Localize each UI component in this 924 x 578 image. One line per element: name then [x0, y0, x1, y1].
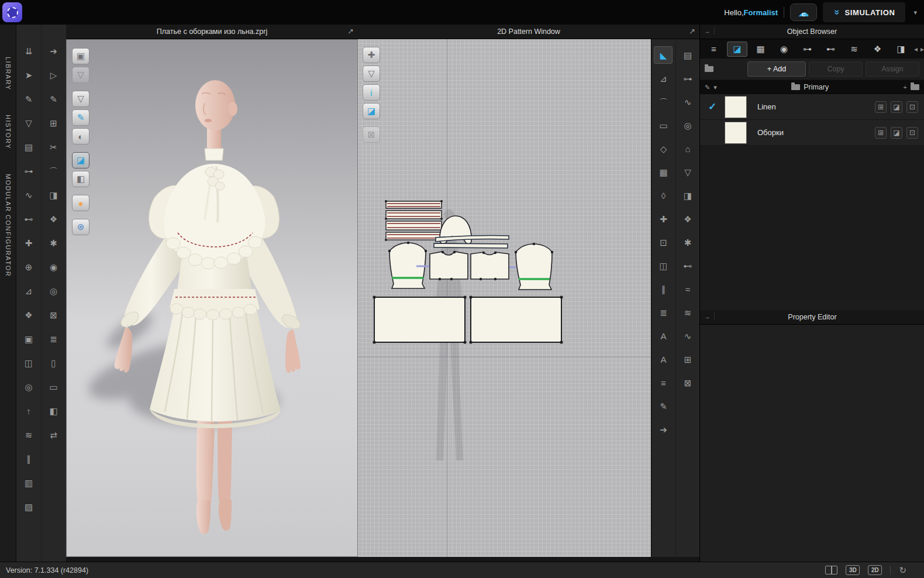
- tool-grading-a[interactable]: ❖: [44, 210, 63, 228]
- fabric-group-row[interactable]: ✎ ▾ Primary +: [700, 80, 924, 94]
- tool-garment-curve[interactable]: ⌒: [44, 162, 63, 180]
- tool-seam-ruler[interactable]: ≣: [654, 304, 673, 321]
- tool-pin-to-avatar[interactable]: ⊕: [19, 258, 38, 276]
- simulation-button[interactable]: « SIMULATION: [823, 2, 905, 22]
- tool-tape-measure[interactable]: ≋: [19, 426, 38, 443]
- tool-lift-garment[interactable]: ↑: [19, 402, 38, 419]
- tabs-scroll-right-icon[interactable]: ▸: [920, 42, 924, 57]
- tool-dotted-pattern[interactable]: ▦: [654, 163, 673, 181]
- group-caret-icon[interactable]: ▾: [713, 84, 717, 91]
- tool-iron[interactable]: ⌂: [678, 140, 697, 157]
- pencil-icon[interactable]: ✎: [705, 84, 710, 91]
- toggle-fabric-gray[interactable]: ◧: [72, 171, 89, 187]
- username-link[interactable]: Formalist: [744, 8, 778, 17]
- tool-fold-arrangement[interactable]: ⊿: [19, 282, 38, 300]
- toggle-show-info[interactable]: i: [363, 84, 380, 101]
- simulation-dropdown-caret[interactable]: ▾: [911, 9, 919, 16]
- toggle-show-fabric-2d[interactable]: ◪: [363, 103, 380, 119]
- tab-button[interactable]: ◉: [774, 42, 794, 57]
- tool-binding[interactable]: ◨: [44, 186, 63, 204]
- tool-polygon[interactable]: ◇: [654, 140, 673, 157]
- tool-pin[interactable]: ✚: [19, 234, 38, 252]
- 3d-viewport[interactable]: ▣▽▽✎◐◪◧●⊛: [66, 39, 358, 557]
- tab-graphic[interactable]: ▦: [750, 42, 771, 57]
- collapse-panel-icon[interactable]: →: [704, 27, 715, 35]
- tool-trace[interactable]: ⊡: [654, 233, 673, 251]
- tool-fabric-bolt[interactable]: ◧: [44, 402, 63, 419]
- collapse-property-icon[interactable]: →: [704, 313, 715, 320]
- tool-grading-b[interactable]: ✱: [44, 234, 63, 252]
- 2d-pattern-canvas[interactable]: ✚▽i◪⊠: [358, 39, 651, 557]
- tabs-scroll-left-icon[interactable]: ◂: [914, 42, 918, 57]
- tool-wave-elastic[interactable]: ∿: [678, 327, 697, 345]
- tool-button-lock[interactable]: ⊠: [44, 306, 63, 324]
- fabric-add-icon[interactable]: ⊞: [875, 101, 887, 113]
- tool-elastic[interactable]: ≈: [678, 280, 697, 298]
- tool-clone-pattern[interactable]: ◫: [654, 257, 673, 274]
- tab-trim[interactable]: ❖: [867, 42, 888, 57]
- tool-ruler[interactable]: ∥: [19, 450, 38, 467]
- tool-fabric-swatch[interactable]: ▭: [44, 378, 63, 395]
- fabric-row-linen[interactable]: ✓ Linen ⊞ ◪ ⊡: [700, 94, 924, 120]
- add-fabric-button[interactable]: + Add: [747, 61, 806, 77]
- tab-fabric[interactable]: ◪: [727, 42, 747, 57]
- tool-simulate[interactable]: ⇊: [19, 42, 38, 60]
- tool-garment-ruler[interactable]: ⊞: [44, 114, 63, 132]
- fabric-detail-icon[interactable]: ◪: [891, 101, 902, 113]
- toggle-show-garment-2d[interactable]: ▽: [363, 66, 380, 82]
- expand-2d-window-button[interactable]: ↗: [689, 27, 695, 36]
- fabric-add-icon[interactable]: ⊞: [875, 127, 887, 139]
- tool-button-place[interactable]: ◉: [44, 258, 63, 276]
- tool-zipper[interactable]: ≣: [44, 330, 63, 348]
- split-view-button[interactable]: [825, 566, 837, 574]
- view-2d-button[interactable]: 2D: [868, 565, 882, 575]
- tool-buttonhole[interactable]: ◎: [44, 282, 63, 300]
- tool-rectangle[interactable]: ▭: [654, 116, 673, 134]
- tool-segment-sewing[interactable]: ⊶: [19, 162, 38, 180]
- tool-select-move[interactable]: ➤: [19, 66, 38, 84]
- toggle-show-garment-ghost[interactable]: ▽: [72, 67, 89, 83]
- toggle-fabric-view[interactable]: ◪: [72, 152, 89, 168]
- toggle-texture-paint[interactable]: ✎: [72, 109, 89, 126]
- folder-icon[interactable]: [705, 66, 713, 72]
- copy-fabric-button[interactable]: Copy: [809, 61, 863, 77]
- tool-grading-2d-b[interactable]: ✱: [678, 233, 697, 251]
- tool-shirring[interactable]: ≋: [678, 304, 697, 321]
- tool-layer-fold[interactable]: ◫: [19, 354, 38, 371]
- tool-style-line[interactable]: ✎: [44, 90, 63, 108]
- toggle-pattern-lock[interactable]: ⊠: [363, 126, 380, 143]
- fabric-assign-icon[interactable]: ⊡: [906, 101, 918, 113]
- app-logo-icon[interactable]: [2, 2, 22, 22]
- tool-transform-pattern[interactable]: ◣: [654, 46, 673, 64]
- tool-avatar-circle[interactable]: ◎: [19, 378, 38, 395]
- side-tab[interactable]: MODULAR CONFIGURATOR: [5, 174, 12, 277]
- view-3d-button[interactable]: 3D: [846, 565, 860, 575]
- tool-walk-2d[interactable]: ➔: [654, 421, 673, 438]
- tool-fabric-roll[interactable]: ▯: [44, 354, 63, 371]
- tool-dart[interactable]: ◊: [654, 187, 673, 204]
- tool-garment-scissors[interactable]: ✂: [44, 138, 63, 156]
- side-tab[interactable]: LIBRARY: [5, 57, 12, 90]
- tool-arrange-points[interactable]: ▷: [44, 66, 63, 84]
- toggle-avatar-orange[interactable]: ●: [72, 195, 89, 211]
- tool-fold-pen[interactable]: ✎: [654, 397, 673, 415]
- tool-select-brush[interactable]: ✎: [19, 90, 38, 108]
- toggle-show-pins[interactable]: ✚: [363, 47, 380, 63]
- tool-free-sewing-2d[interactable]: ∿: [678, 93, 697, 111]
- tab-roll[interactable]: ◨: [891, 42, 911, 57]
- tab-stitch[interactable]: ⊷: [820, 42, 841, 57]
- tool-sewing-machine-2d[interactable]: ▤: [678, 46, 697, 64]
- tool-edit-curve[interactable]: ⌒: [654, 93, 673, 111]
- tool-gift-wrap[interactable]: ⊠: [678, 374, 697, 391]
- tab-puckering[interactable]: ≋: [844, 42, 864, 57]
- group-folder2-icon[interactable]: [911, 84, 919, 90]
- fabric-detail-icon[interactable]: ◪: [891, 127, 902, 139]
- tool-bow-tack[interactable]: ❖: [19, 306, 38, 324]
- assign-fabric-button[interactable]: Assign: [866, 61, 919, 77]
- fabric-swatch[interactable]: [725, 122, 747, 144]
- tool-internal-line[interactable]: ∥: [654, 280, 673, 298]
- tool-segment-sewing-2d[interactable]: ⊶: [678, 70, 697, 87]
- tool-binding-2d[interactable]: ◨: [678, 187, 697, 204]
- tab-topstitch[interactable]: ⊶: [797, 42, 818, 57]
- expand-3d-window-button[interactable]: ↗: [347, 27, 354, 36]
